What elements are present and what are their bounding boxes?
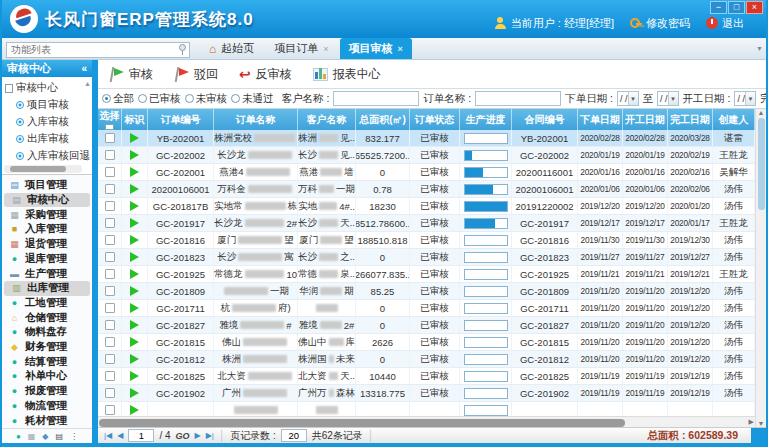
row-checkbox[interactable] (105, 252, 115, 262)
sidebar-item-报废管理[interactable]: ●报废管理 (2, 384, 92, 399)
sidebar-item-项目管理[interactable]: ▤项目管理 (2, 178, 92, 193)
more-icon[interactable]: ⋮ (70, 432, 78, 441)
column-header-开工日期[interactable]: 开工日期 (623, 109, 668, 130)
column-header-订单状态[interactable]: 订单状态 (410, 109, 460, 130)
logout-button[interactable]: 退出 (706, 16, 744, 31)
sidebar-item-出库管理[interactable]: ▥出库管理 (4, 281, 90, 296)
go-button[interactable]: GO (176, 431, 190, 441)
row-checkbox[interactable] (105, 371, 115, 381)
table-row[interactable]: GC-202001燕港4燕港墙0已审核202001160012020/01/16… (98, 164, 755, 181)
tree-scroll-up-icon[interactable]: ▲ (84, 80, 91, 87)
sidebar-item-退库管理[interactable]: ●退库管理 (2, 252, 92, 267)
column-header-选择[interactable]: 选择 (98, 109, 122, 130)
last-page-button[interactable]: ▶| (206, 431, 214, 440)
h-scrollbar[interactable]: ▶ (98, 416, 755, 427)
close-icon[interactable]: × (398, 44, 403, 54)
row-checkbox[interactable] (105, 286, 115, 296)
row-checkbox[interactable] (105, 269, 115, 279)
sidebar-item-物流管理[interactable]: ●物流管理 (2, 399, 92, 414)
v-scrollbar[interactable]: ▲ ▼ (755, 109, 766, 427)
column-header-完工日期[interactable]: 完工日期 (668, 109, 713, 130)
sidebar-item-耗材管理[interactable]: ●耗材管理 (2, 413, 92, 428)
sidebar-item-退货管理[interactable]: ▦退货管理 (2, 237, 92, 252)
sidebar-item-生产管理[interactable]: ▬生产管理 (2, 266, 92, 281)
row-checkbox[interactable] (105, 354, 115, 364)
radio-已审核[interactable]: 已审核 (138, 92, 181, 106)
table-row[interactable]: GC-201823长沙寓长沙之..0已审核GC-2018232019/11/27… (98, 249, 755, 266)
maximize-button[interactable]: □ (728, 1, 745, 14)
sidebar-item-财务管理[interactable]: ◆财务管理 (2, 340, 92, 355)
table-row[interactable]: GC-201817B实地常栋实地4#..18230已审核201912200022… (98, 198, 755, 215)
sidebar-item-入库管理[interactable]: ■入库管理 (2, 222, 92, 237)
column-header-总面积(㎡)[interactable]: 总面积(㎡) (356, 109, 410, 130)
column-header-客户名称[interactable]: 客户名称 (298, 109, 356, 130)
customer-name-input[interactable] (333, 91, 419, 106)
next-page-button[interactable]: ▶ (195, 431, 201, 440)
column-header-订单编号[interactable]: 订单编号 (148, 109, 214, 130)
order-date-from-input[interactable]: / /▼ (617, 91, 639, 106)
tabstrip-more-icon[interactable]: ▼ (756, 45, 763, 52)
sidebar-item-仓储管理[interactable]: ⌂仓储管理 (2, 310, 92, 325)
tab-项目订单[interactable]: 项目订单× (265, 38, 337, 59)
order-name-input[interactable] (475, 91, 561, 106)
column-header-生产进度[interactable]: 生产进度 (460, 109, 512, 130)
table-row[interactable]: 20200106001万科金万科一期0.78已审核202001060012020… (98, 181, 755, 198)
scroll-right-icon[interactable]: ▶ (749, 418, 754, 426)
prev-page-button[interactable]: ◀ (117, 431, 123, 440)
row-checkbox[interactable] (105, 167, 115, 177)
close-icon[interactable]: × (323, 44, 328, 54)
table-row[interactable]: YB-202001株洲党校株洲见..832.177已审核YB-202001202… (98, 130, 755, 147)
row-checkbox[interactable] (105, 337, 115, 347)
scroll-down-icon[interactable]: ▼ (758, 420, 765, 427)
table-row[interactable]: GC-201902广州广州万森林13318.775已审核GC-201902201… (98, 385, 755, 402)
page-size-input[interactable] (281, 429, 307, 442)
dot-icon[interactable]: ● (16, 432, 21, 441)
row-checkbox[interactable] (105, 150, 115, 160)
row-checkbox[interactable] (105, 133, 115, 143)
start-date-input[interactable]: / /▼ (734, 91, 756, 106)
sidebar-item-工地管理[interactable]: ●工地管理 (2, 296, 92, 311)
resize-grip[interactable] (751, 428, 766, 443)
反审核-button[interactable]: ↩反审核 (234, 63, 302, 86)
table-row[interactable]: GC-201917长沙龙2#长沙天..8512.78600..已审核GC-201… (98, 215, 755, 232)
sidebar-item-补单中心[interactable]: ●补单中心 (2, 369, 92, 384)
search-input[interactable] (6, 42, 190, 58)
table-row[interactable] (98, 402, 755, 416)
tree-item-出库审核[interactable]: 出库审核 (5, 130, 84, 147)
column-header-标识[interactable]: 标识 (122, 109, 148, 130)
column-header-订单名称[interactable]: 订单名称 (214, 109, 298, 130)
sidebar-item-结算管理[interactable]: ●结算管理 (2, 354, 92, 369)
table-row[interactable]: GC-201827雅境#雅境2#0已审核GC-2018272019/11/202… (98, 317, 755, 334)
dropdown-icon[interactable]: ▼ (745, 92, 755, 105)
row-checkbox[interactable] (105, 320, 115, 330)
tree-item-入库审核回退[interactable]: 入库审核回退 (5, 147, 84, 164)
v-scrollbar-thumb[interactable] (758, 118, 765, 210)
cart-icon[interactable]: ▦ (28, 432, 36, 441)
h-scrollbar-thumb[interactable] (99, 419, 625, 427)
row-checkbox[interactable] (105, 201, 115, 211)
sidebar-item-审核中心[interactable]: ▤审核中心 (4, 193, 90, 208)
row-checkbox[interactable] (105, 218, 115, 228)
tree-item-项目审核[interactable]: 项目审核 (5, 96, 84, 113)
table-row[interactable]: GC-201925常德龙10常德泉..266077.835..已审核GC-201… (98, 266, 755, 283)
order-date-to-input[interactable]: / /▼ (657, 91, 679, 106)
驳回-button[interactable]: 驳回 (169, 63, 228, 86)
tree-root-node[interactable]: 审核中心 (5, 80, 84, 96)
close-button[interactable]: × (746, 1, 763, 14)
dropdown-icon[interactable]: ▼ (628, 92, 638, 105)
column-header-创建人[interactable]: 创建人 (713, 109, 755, 130)
row-checkbox[interactable] (105, 303, 115, 313)
first-page-button[interactable]: |◀ (104, 431, 112, 440)
row-checkbox[interactable] (105, 388, 115, 398)
tab-起始页[interactable]: ⌂起始页 (200, 38, 263, 59)
审核-button[interactable]: 审核 (104, 63, 163, 86)
tree-h-scrollbar-thumb[interactable] (10, 166, 66, 172)
page-input[interactable] (128, 429, 154, 442)
tree-h-scrollbar[interactable] (4, 165, 82, 173)
table-row[interactable]: GC-202002长沙龙长沙见..65525.7200..已审核GC-20200… (98, 147, 755, 164)
报表中心-button[interactable]: 报表中心 (308, 63, 391, 86)
table-row[interactable]: GC-201711杭府)0已审核GC-2017112019/11/202019/… (98, 300, 755, 317)
table-row[interactable]: GC-201812株洲株洲国未来0已审核GC-2018122019/11/202… (98, 351, 755, 368)
table-row[interactable]: GC-201809一期华润期85.25已审核GC-2018092019/11/2… (98, 283, 755, 300)
monitor-icon[interactable]: ▤ (56, 432, 64, 441)
